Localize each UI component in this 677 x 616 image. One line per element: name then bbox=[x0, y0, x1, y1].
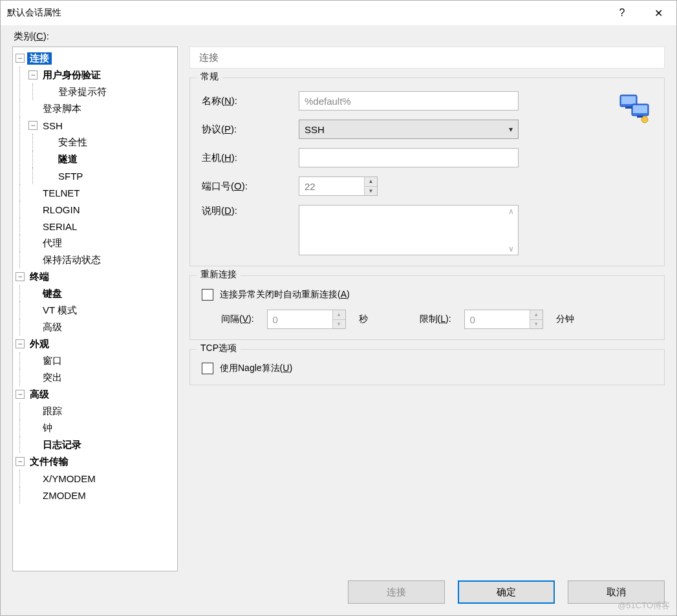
svg-rect-1 bbox=[621, 96, 636, 104]
general-legend: 常规 bbox=[197, 71, 222, 83]
dialog-button-row: 连接 确定 取消 bbox=[12, 571, 665, 604]
limit-unit: 分钟 bbox=[556, 313, 574, 325]
tree-item-user-auth[interactable]: 用户身份验证 bbox=[40, 69, 103, 81]
limit-label: 限制(L): bbox=[420, 313, 451, 325]
scroll-down-icon[interactable]: ∨ bbox=[505, 244, 517, 253]
tree-item-login-prompt[interactable]: 登录提示符 bbox=[56, 86, 109, 98]
connect-button[interactable]: 连接 bbox=[348, 580, 445, 604]
tree-item-trace[interactable]: 跟踪 bbox=[40, 405, 65, 418]
nagle-label: 使用Nagle算法(U) bbox=[220, 363, 292, 374]
limit-value[interactable] bbox=[465, 310, 530, 328]
category-tree[interactable]: − 连接 − 用户身份验证 登录提示符 bbox=[12, 47, 178, 571]
session-properties-dialog: 默认会话属性 ? ✕ 类别(C): − 连接 bbox=[0, 0, 677, 616]
spin-down-icon[interactable]: ▼ bbox=[333, 320, 345, 329]
tree-item-bell[interactable]: 钟 bbox=[40, 422, 55, 434]
host-label: 主机(H): bbox=[202, 152, 299, 164]
tree-item-appearance[interactable]: 外观 bbox=[27, 338, 52, 350]
interval-label: 间隔(V): bbox=[221, 313, 254, 325]
svg-rect-4 bbox=[633, 105, 647, 113]
reconnect-legend: 重新连接 bbox=[197, 269, 241, 281]
tree-toggle-icon[interactable]: − bbox=[16, 54, 25, 63]
page-title: 连接 bbox=[189, 47, 665, 69]
tree-toggle-icon[interactable]: − bbox=[16, 272, 25, 281]
port-stepper[interactable]: ▲ ▼ bbox=[299, 176, 378, 196]
tree-toggle-icon[interactable]: − bbox=[28, 70, 38, 80]
svg-rect-2 bbox=[625, 107, 632, 109]
close-button[interactable]: ✕ bbox=[640, 1, 676, 25]
ok-button[interactable]: 确定 bbox=[458, 580, 555, 604]
description-label: 说明(D): bbox=[202, 205, 299, 217]
tree-item-ssh[interactable]: SSH bbox=[40, 120, 65, 131]
tree-item-proxy[interactable]: 代理 bbox=[40, 237, 65, 250]
tree-item-connection[interactable]: 连接 bbox=[27, 52, 52, 65]
tree-item-zmodem[interactable]: ZMODEM bbox=[40, 490, 89, 501]
tree-item-terminal[interactable]: 终端 bbox=[27, 271, 52, 283]
port-label: 端口号(O): bbox=[202, 180, 299, 193]
tcp-legend: TCP选项 bbox=[197, 343, 241, 354]
tcp-group: TCP选项 使用Nagle算法(U) bbox=[189, 349, 665, 385]
category-label: 类别(C): bbox=[12, 30, 665, 43]
svg-point-6 bbox=[641, 116, 648, 123]
port-value[interactable] bbox=[299, 177, 364, 195]
spin-up-icon[interactable]: ▲ bbox=[333, 310, 345, 320]
host-field[interactable] bbox=[299, 148, 519, 167]
tree-toggle-icon[interactable]: − bbox=[16, 390, 25, 399]
cancel-button[interactable]: 取消 bbox=[568, 580, 665, 604]
help-button[interactable]: ? bbox=[604, 1, 640, 25]
description-field[interactable]: ∧ ∨ bbox=[299, 205, 519, 255]
protocol-label: 协议(P): bbox=[202, 123, 299, 136]
tree-item-vt-mode[interactable]: VT 模式 bbox=[40, 304, 80, 317]
tree-item-highlight[interactable]: 突出 bbox=[40, 372, 65, 384]
auto-reconnect-checkbox[interactable] bbox=[202, 289, 213, 301]
tree-item-rlogin[interactable]: RLOGIN bbox=[40, 204, 83, 215]
spin-up-icon[interactable]: ▲ bbox=[365, 177, 377, 187]
tree-item-sftp[interactable]: SFTP bbox=[56, 171, 85, 182]
window-title: 默认会话属性 bbox=[7, 7, 604, 19]
tree-item-advanced[interactable]: 高级 bbox=[27, 388, 52, 401]
chevron-down-icon: ▾ bbox=[509, 125, 513, 134]
protocol-select[interactable]: SSH ▾ bbox=[299, 120, 519, 139]
tree-item-logging[interactable]: 日志记录 bbox=[40, 439, 84, 451]
name-field[interactable] bbox=[299, 91, 519, 111]
interval-value[interactable] bbox=[268, 310, 332, 328]
tree-item-keyboard[interactable]: 键盘 bbox=[40, 288, 65, 300]
tree-toggle-icon[interactable]: − bbox=[16, 339, 25, 348]
interval-unit: 秒 bbox=[359, 313, 368, 325]
tree-item-security[interactable]: 安全性 bbox=[56, 136, 90, 149]
title-bar: 默认会话属性 ? ✕ bbox=[1, 1, 676, 25]
spin-up-icon[interactable]: ▲ bbox=[530, 310, 543, 320]
reconnect-group: 重新连接 连接异常关闭时自动重新连接(A) 间隔(V): ▲ ▼ bbox=[189, 275, 665, 340]
scroll-up-icon[interactable]: ∧ bbox=[505, 207, 517, 216]
auto-reconnect-label: 连接异常关闭时自动重新连接(A) bbox=[220, 289, 350, 301]
tree-item-xymodem[interactable]: X/YMODEM bbox=[40, 473, 98, 484]
tree-item-telnet[interactable]: TELNET bbox=[40, 187, 83, 198]
tree-item-file-transfer[interactable]: 文件传输 bbox=[27, 456, 71, 468]
tree-item-serial[interactable]: SERIAL bbox=[40, 221, 80, 232]
nagle-checkbox[interactable] bbox=[202, 363, 213, 374]
spin-down-icon[interactable]: ▼ bbox=[365, 187, 377, 196]
main-row: − 连接 − 用户身份验证 登录提示符 bbox=[12, 47, 665, 571]
name-label: 名称(N): bbox=[202, 95, 299, 107]
general-group: 常规 名称(N): 协议(P): SSH ▾ bbox=[189, 78, 665, 266]
tree-item-login-script[interactable]: 登录脚本 bbox=[40, 103, 84, 115]
connection-icon bbox=[619, 91, 652, 125]
settings-panel: 连接 常规 名称(N): 协议(P): bbox=[189, 47, 665, 571]
tree-item-window[interactable]: 窗口 bbox=[40, 355, 65, 367]
protocol-value: SSH bbox=[305, 124, 325, 135]
tree-item-keepalive[interactable]: 保持活动状态 bbox=[40, 254, 103, 266]
spin-down-icon[interactable]: ▼ bbox=[530, 320, 543, 329]
tree-toggle-icon[interactable]: − bbox=[28, 121, 38, 130]
interval-stepper[interactable]: ▲ ▼ bbox=[267, 310, 346, 329]
dialog-content: 类别(C): − 连接 − 用户身份验证 bbox=[1, 25, 676, 615]
tree-toggle-icon[interactable]: − bbox=[16, 457, 25, 466]
tree-item-tunnel[interactable]: 隧道 bbox=[56, 153, 80, 165]
tree-item-advanced-term[interactable]: 高级 bbox=[40, 321, 65, 334]
limit-stepper[interactable]: ▲ ▼ bbox=[464, 310, 543, 329]
